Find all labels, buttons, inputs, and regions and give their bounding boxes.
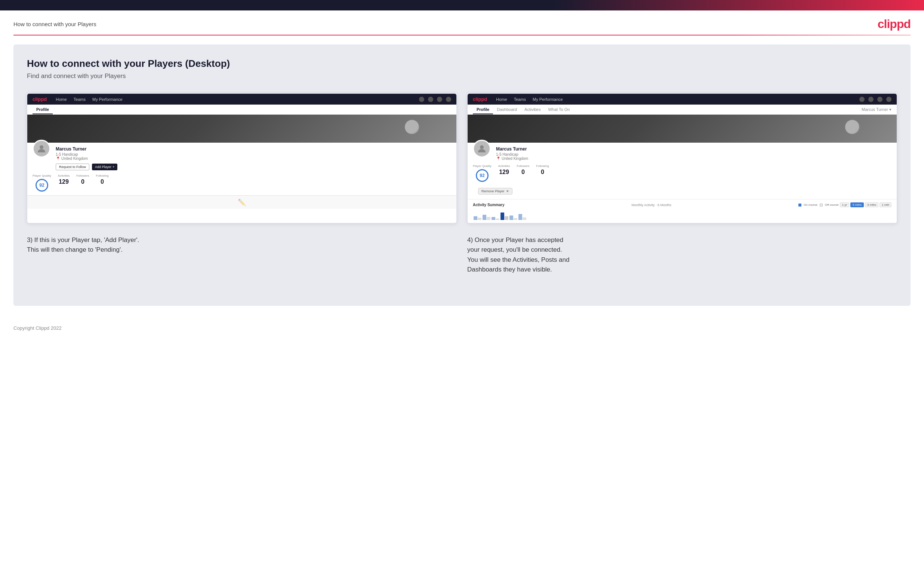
bar-group-6	[519, 214, 526, 220]
screenshot-2: clippd Home Teams My Performance Profile…	[467, 93, 897, 223]
hero-image-1	[27, 114, 456, 143]
activities-value-2: 129	[499, 169, 509, 176]
settings-icon-2[interactable]	[877, 97, 882, 102]
nav-icons-1	[419, 97, 451, 102]
activity-legend: On course Off course	[798, 203, 839, 206]
filter-1yr[interactable]: 1 yr	[840, 202, 849, 207]
app-tabs-2: Profile Dashboard Activities What To On …	[468, 105, 897, 114]
player-quality-label-2: Player Quality	[473, 164, 491, 168]
settings-icon-1[interactable]	[437, 97, 442, 102]
main-title: How to connect with your Players (Deskto…	[27, 58, 897, 69]
cursor-icon: ✏️	[238, 198, 246, 206]
following-label-2: Following	[536, 164, 549, 168]
bar-oncourse-1	[473, 216, 477, 220]
player-handicap-2: 1-5 Handicap	[496, 152, 892, 156]
main-content: How to connect with your Players (Deskto…	[13, 44, 911, 306]
stats-row-1: Player Quality 92 Activities 129 Followe…	[27, 174, 456, 195]
activity-summary: Activity Summary Monthly Activity · 6 Mo…	[468, 199, 897, 223]
description-2: 4) Once your Player has accepted your re…	[467, 235, 897, 274]
filter-6mths[interactable]: 6 mths	[850, 202, 864, 207]
followers-value-2: 0	[522, 169, 525, 176]
descriptions-row: 3) If this is your Player tap, 'Add Play…	[27, 235, 897, 274]
bar-offcourse-4	[505, 216, 508, 220]
hero-image-2	[468, 114, 897, 143]
request-follow-button[interactable]: Request to Follow	[56, 164, 89, 170]
bar-group-4	[501, 213, 508, 220]
profile-info-1: Marcus Turner 1-5 Handicap 📍 United King…	[56, 147, 451, 170]
plus-icon: +	[113, 165, 115, 169]
bar-group-1	[473, 216, 481, 220]
bar-oncourse-2	[483, 215, 486, 220]
filter-3mths[interactable]: 3 mths	[865, 202, 879, 207]
followers-stat-1: Followers 0	[76, 174, 89, 185]
profile-section-1: Marcus Turner 1-5 Handicap 📍 United King…	[27, 143, 456, 174]
quality-circle-2: 92	[476, 169, 489, 182]
bar-offcourse-2	[487, 217, 490, 220]
nav-item-performance-1[interactable]: My Performance	[92, 97, 123, 102]
tab-profile-1[interactable]: Profile	[32, 105, 53, 114]
following-value-2: 0	[541, 169, 544, 176]
bar-oncourse-3	[491, 217, 495, 220]
add-player-button[interactable]: Add Player +	[92, 164, 117, 170]
profile-info-2: Marcus Turner 1-5 Handicap 📍 United King…	[496, 147, 892, 161]
player-name-2: Marcus Turner	[496, 147, 892, 152]
following-value-1: 0	[100, 179, 104, 185]
copyright: Copyright Clippd 2022	[13, 325, 62, 331]
search-icon-2[interactable]	[859, 97, 864, 102]
bar-group-5	[509, 216, 517, 220]
logo: clippd	[878, 17, 911, 31]
bar-group-2	[483, 215, 490, 220]
nav-icons-2	[859, 97, 892, 102]
close-icon: ✕	[506, 189, 509, 193]
screenshots-row: clippd Home Teams My Performance Profile	[27, 93, 897, 223]
activities-stat-2: Activities 129	[498, 164, 510, 176]
user-icon-2[interactable]	[868, 97, 874, 102]
tab-whattoon-2[interactable]: What To On	[544, 105, 573, 114]
filter-1mth[interactable]: 1 mth	[880, 202, 892, 207]
nav-item-performance-2[interactable]: My Performance	[533, 97, 563, 102]
profile-buttons-1: Request to Follow Add Player +	[56, 164, 451, 170]
activities-label-2: Activities	[498, 164, 510, 168]
avatar-1	[32, 140, 50, 158]
nav-item-teams-1[interactable]: Teams	[74, 97, 86, 102]
player-handicap-1: 1-5 Handicap	[56, 152, 451, 156]
screenshot-1: clippd Home Teams My Performance Profile	[27, 93, 457, 223]
following-stat-2: Following 0	[536, 164, 549, 176]
app-nav-logo-1: clippd	[32, 96, 47, 102]
nav-item-home-1[interactable]: Home	[56, 97, 66, 102]
app-nav-2: clippd Home Teams My Performance	[468, 94, 897, 105]
svg-point-0	[40, 145, 44, 149]
activities-stat-1: Activities 129	[58, 174, 70, 185]
nav-item-teams-2[interactable]: Teams	[514, 97, 526, 102]
header-divider	[13, 35, 911, 35]
quality-circle-1: 92	[36, 179, 48, 192]
remove-player-area: Remove Player ✕	[468, 188, 897, 199]
activities-value-1: 129	[59, 179, 69, 185]
header-title: How to connect with your Players	[13, 21, 97, 27]
activity-filters: On course Off course 1 yr 6 mths 3 mths …	[798, 202, 892, 207]
globe-icon-1[interactable]	[446, 97, 451, 102]
globe-icon-2[interactable]	[886, 97, 892, 102]
offcourse-legend-label: Off course	[825, 203, 839, 206]
tab-user-selector[interactable]: Marcus Turner ▾	[862, 105, 892, 114]
remove-player-button[interactable]: Remove Player ✕	[478, 188, 512, 195]
footer: Copyright Clippd 2022	[0, 319, 924, 337]
tab-activities-2[interactable]: Activities	[521, 105, 544, 114]
oncourse-legend-dot	[798, 203, 801, 206]
activity-title: Activity Summary	[473, 203, 504, 207]
user-icon-1[interactable]	[428, 97, 433, 102]
location-icon-1: 📍	[56, 156, 60, 161]
tab-dashboard-2[interactable]: Dashboard	[493, 105, 521, 114]
player-name-1: Marcus Turner	[56, 147, 451, 152]
tab-profile-2[interactable]: Profile	[473, 105, 493, 114]
activity-header: Activity Summary Monthly Activity · 6 Mo…	[473, 202, 892, 207]
nav-item-home-2[interactable]: Home	[496, 97, 507, 102]
player-quality-stat-1: Player Quality 92	[32, 174, 51, 192]
followers-stat-2: Followers 0	[517, 164, 529, 176]
bar-offcourse-3	[496, 219, 499, 220]
location-icon-2: 📍	[496, 156, 501, 161]
search-icon-1[interactable]	[419, 97, 424, 102]
main-subtitle: Find and connect with your Players	[27, 73, 897, 80]
bar-group-3	[491, 217, 499, 220]
activity-period: Monthly Activity · 6 Months	[631, 203, 671, 207]
